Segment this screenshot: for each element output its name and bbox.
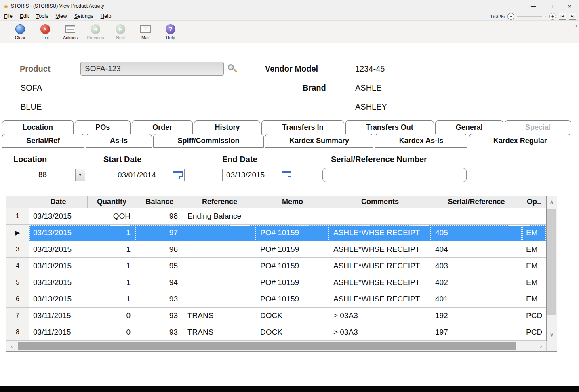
column-header-memo[interactable]: Memo	[256, 196, 329, 208]
exit-button[interactable]: × Exit	[33, 22, 58, 42]
table-cell[interactable]: ASHLE*WHSE RECEIPT	[329, 291, 431, 307]
table-cell[interactable]: 95	[136, 258, 183, 274]
maximize-button[interactable]: □	[542, 0, 560, 12]
table-cell[interactable]: PCD	[522, 308, 546, 324]
tab-serial-ref[interactable]: Serial/Ref	[2, 134, 84, 148]
chevron-down-icon[interactable]: ▼	[75, 169, 85, 181]
table-row[interactable]: 03/13/2015193PO# 10159ASHLE*WHSE RECEIPT…	[29, 291, 546, 308]
column-header-op-[interactable]: Op..	[522, 196, 546, 208]
scroll-up-button[interactable]: ∧	[547, 196, 557, 208]
vertical-scroll-track[interactable]	[547, 208, 557, 329]
table-row[interactable]: 03/13/2015QOH98Ending Balance	[29, 208, 546, 225]
column-header-serial-reference[interactable]: Serial/Reference	[431, 196, 522, 208]
table-cell[interactable]: 0	[88, 308, 136, 324]
table-cell[interactable]: ASHLE*WHSE RECEIPT	[329, 274, 431, 291]
tab-history[interactable]: History	[194, 120, 260, 134]
zoom-slider[interactable]	[517, 16, 546, 17]
table-row[interactable]: 03/11/2015093TRANSDOCK> 03A3192PCD	[29, 308, 546, 324]
table-cell[interactable]: > 03A3	[329, 324, 431, 340]
table-cell[interactable]: Ending Balance	[183, 208, 256, 224]
table-cell[interactable]: PO# 10159	[256, 274, 329, 291]
table-cell[interactable]: PO# 10159	[256, 291, 329, 307]
tab-kardex-summary[interactable]: Kardex Summary	[265, 134, 374, 148]
column-header-comments[interactable]: Comments	[329, 196, 431, 208]
horizontal-scroll-track[interactable]	[17, 341, 536, 351]
table-cell[interactable]: 96	[136, 241, 183, 257]
grid-corner-cell[interactable]	[6, 196, 29, 208]
menu-item-file[interactable]: File	[0, 13, 16, 19]
toolbar-grip[interactable]	[3, 23, 4, 40]
mail-button[interactable]: Mail	[133, 22, 158, 42]
tab-as-is[interactable]: As-Is	[86, 134, 152, 148]
table-cell[interactable]: 197	[431, 324, 522, 340]
table-cell[interactable]: EM	[522, 225, 546, 241]
table-row[interactable]: 03/13/2015194PO# 10159ASHLE*WHSE RECEIPT…	[29, 274, 546, 291]
table-cell[interactable]: 402	[431, 274, 522, 291]
table-cell[interactable]: 94	[136, 274, 183, 291]
table-row[interactable]: 03/13/2015195PO# 10159ASHLE*WHSE RECEIPT…	[29, 258, 546, 274]
menu-item-settings[interactable]: Settings	[71, 13, 97, 19]
menu-item-view[interactable]: View	[52, 13, 71, 19]
column-header-reference[interactable]: Reference	[183, 196, 256, 208]
table-cell[interactable]: PO# 10159	[256, 225, 329, 241]
table-cell[interactable]: 03/13/2015	[29, 208, 88, 224]
table-cell[interactable]	[522, 208, 546, 224]
table-cell[interactable]	[256, 208, 329, 224]
row-header-cell[interactable]: 4	[6, 258, 29, 274]
tab-location[interactable]: Location	[2, 120, 74, 134]
table-cell[interactable]: 1	[88, 225, 136, 241]
table-cell[interactable]: 1	[88, 258, 136, 274]
table-cell[interactable]: DOCK	[256, 324, 329, 340]
table-cell[interactable]	[431, 208, 522, 224]
table-cell[interactable]: 03/13/2015	[29, 291, 88, 307]
table-cell[interactable]: 403	[431, 258, 522, 274]
table-cell[interactable]: 1	[88, 291, 136, 307]
tab-order[interactable]: Order	[132, 120, 193, 134]
tab-spiff-commission[interactable]: Spiff/Commission	[153, 134, 264, 148]
table-cell[interactable]: QOH	[88, 208, 136, 224]
table-cell[interactable]: 405	[431, 225, 522, 241]
row-header-cell[interactable]: 1	[6, 208, 29, 225]
zoom-slider-handle[interactable]	[542, 14, 545, 19]
table-cell[interactable]: EM	[522, 291, 546, 307]
vertical-scroll-thumb[interactable]	[547, 209, 556, 315]
tab-kardex-as-is[interactable]: Kardex As-Is	[375, 134, 467, 148]
zoom-in-button[interactable]: +	[549, 13, 556, 20]
title-bar[interactable]: ◆ STORIS - (STORISU) View Product Activi…	[0, 0, 579, 12]
horizontal-scroll-thumb[interactable]	[18, 342, 516, 350]
vertical-scrollbar[interactable]: ∧ ∨	[546, 196, 557, 341]
menu-item-help[interactable]: Help	[97, 13, 115, 19]
start-date-field[interactable]: 03/01/2014	[114, 169, 185, 181]
table-row[interactable]: 03/13/2015196PO# 10159ASHLE*WHSE RECEIPT…	[29, 241, 546, 258]
column-header-balance[interactable]: Balance	[136, 196, 183, 208]
serial-reference-input[interactable]	[322, 168, 467, 182]
minimize-button[interactable]: —	[524, 0, 542, 12]
table-cell[interactable]: > 03A3	[329, 308, 431, 324]
table-cell[interactable]: PO# 10159	[256, 241, 329, 257]
table-cell[interactable]: 93	[136, 291, 183, 307]
last-record-button[interactable]: ▶|	[569, 13, 576, 20]
tab-pos[interactable]: POs	[75, 120, 131, 134]
table-cell[interactable]: 93	[136, 308, 183, 324]
tab-transfers-out[interactable]: Transfers Out	[345, 120, 434, 134]
table-cell[interactable]: 1	[88, 274, 136, 291]
scroll-right-button[interactable]: ›	[536, 341, 546, 351]
actions-button[interactable]: Actions	[58, 22, 83, 42]
clear-button[interactable]: Clear	[8, 22, 33, 42]
location-dropdown[interactable]: 88 ▼	[35, 169, 85, 181]
toolbar-overflow-button[interactable]: ▾	[575, 24, 577, 28]
table-cell[interactable]	[183, 274, 256, 291]
table-cell[interactable]: EM	[522, 241, 546, 257]
table-cell[interactable]: 192	[431, 308, 522, 324]
table-cell[interactable]: DOCK	[256, 308, 329, 324]
table-cell[interactable]: EM	[522, 274, 546, 291]
menu-item-edit[interactable]: Edit	[16, 13, 32, 19]
table-cell[interactable]: 97	[136, 225, 183, 241]
table-cell[interactable]: ASHLE*WHSE RECEIPT	[329, 225, 431, 241]
end-date-field[interactable]: 03/13/2015	[222, 169, 293, 181]
table-cell[interactable]: ASHLE*WHSE RECEIPT	[329, 241, 431, 257]
scroll-down-button[interactable]: ∨	[547, 329, 557, 341]
table-row[interactable]: 03/13/2015197PO# 10159ASHLE*WHSE RECEIPT…	[29, 225, 546, 241]
search-icon[interactable]	[227, 63, 238, 74]
row-header-cell[interactable]: 7	[6, 308, 29, 324]
